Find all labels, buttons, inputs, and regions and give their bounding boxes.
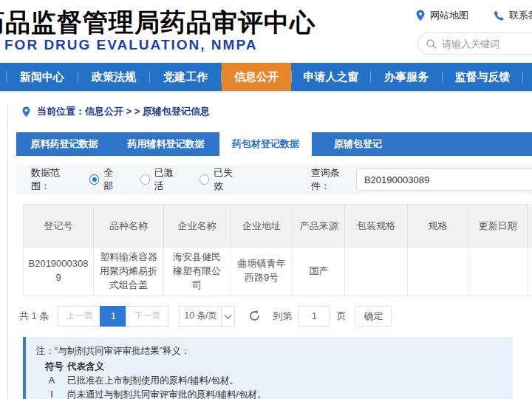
col-company-name: 企业名称 [164, 205, 231, 248]
nav-item-services[interactable]: 办事服务 [371, 63, 442, 91]
location-pin-icon [21, 106, 31, 117]
location-pin-icon [415, 10, 426, 21]
site-title-chinese: 药品监督管理局药品审评中心 [0, 6, 316, 40]
page-size-value: 10 条/页 [180, 310, 221, 322]
cell-company-name: 海安县健民橡塑有限公司 [164, 248, 231, 296]
goto-page-suffix: 页 [336, 310, 346, 323]
radio-activated[interactable]: 已激活 [140, 166, 181, 193]
col-product-name: 品种名称 [94, 205, 164, 248]
col-company-address: 企业地址 [231, 205, 293, 248]
radio-all[interactable]: 全部 [89, 166, 120, 193]
note-row-a: A 已批准在上市制剂使用的原料/辅料/包材。 [36, 374, 502, 388]
note-meaning: 已批准在上市制剂使用的原料/辅料/包材。 [67, 374, 502, 388]
goto-page-label: 到第 [273, 310, 292, 323]
nav-item-party[interactable]: 党建工作 [150, 63, 221, 91]
note-col-symbol: 符号 [36, 360, 67, 374]
nav-item-news[interactable]: 新闻中心 [7, 63, 78, 91]
page-size-select[interactable]: 10 条/页 [179, 306, 235, 327]
note-symbol: I [36, 388, 67, 399]
total-count: 共 1 条 [19, 310, 49, 323]
breadcrumb-text: 当前位置：信息公开 > > 原辅包登记信息 [37, 105, 210, 118]
table-row[interactable]: B20190003089 塑料输液容器用聚丙烯易折式组合盖 海安县健民橡塑有限公… [24, 248, 532, 296]
col-spec: 规格 [408, 205, 468, 248]
data-tabs: 原料药登记数据 药用辅料登记数据 药包材登记数据 原辅包登记 [16, 132, 532, 156]
nav-item-info-disclosure[interactable]: 信息公开 [222, 63, 291, 91]
radio-all-label: 全部 [103, 166, 121, 193]
tab-raw-aux-pack[interactable]: 原辅包登记 [312, 132, 404, 156]
col-registration-no: 登记号 [24, 205, 94, 248]
tab-packaging-registration[interactable]: 药包材登记数据 [219, 132, 312, 156]
cell-clipped [528, 248, 532, 296]
col-update-date: 更新日期 [468, 205, 528, 248]
nav-item-policy[interactable]: 政策法规 [78, 63, 149, 91]
page-number-1[interactable]: 1 [100, 306, 126, 327]
nav-item-supervision-feedback[interactable]: 监督与反馈 [443, 63, 522, 91]
tab-api-registration[interactable]: 原料药登记数据 [16, 132, 112, 156]
radio-dot [140, 174, 150, 185]
note-row-i: I 尚未通过与制剂共同审评审批的原料/辅料/包材。 [36, 388, 502, 399]
chevron-down-icon [221, 307, 234, 326]
confirm-button[interactable]: 确定 [355, 306, 392, 327]
scope-radio-group: 全部 已激活 已失效 [89, 166, 239, 193]
query-label: 查询条件： [311, 166, 356, 193]
tab-excipient-registration[interactable]: 药用辅料登记数据 [112, 132, 219, 156]
sitemap-link[interactable]: 网站地图 [415, 9, 468, 22]
search-icon [426, 38, 437, 50]
cell-registration-no: B20190003089 [24, 248, 94, 296]
radio-expired[interactable]: 已失效 [200, 166, 240, 193]
nav-divider [522, 71, 523, 83]
phone-icon [494, 10, 505, 21]
content-container: 当前位置：信息公开 > > 原辅包登记信息 原料药登记数据 药用辅料登记数据 药… [7, 104, 532, 399]
note-box: 注：“与制剂共同审评审批结果”释义： 符号 代表含义 A 已批准在上市制剂使用的… [23, 337, 513, 399]
query-input[interactable] [356, 168, 532, 191]
col-product-origin: 产品来源 [293, 205, 345, 248]
cell-update-date [468, 248, 528, 296]
results-table: 登记号 品种名称 企业名称 企业地址 产品来源 包装规格 规格 更新日期 B20… [23, 204, 532, 296]
sitemap-link-label: 网站地图 [430, 9, 468, 22]
breadcrumb: 当前位置：信息公开 > > 原辅包登记信息 [16, 104, 532, 119]
cell-spec [408, 248, 468, 296]
scope-label: 数据范围： [31, 166, 76, 193]
search-input[interactable] [442, 38, 532, 50]
site-title-english: FOR DRUG EVALUATION, NMPA [4, 37, 257, 53]
cell-product-name: 塑料输液容器用聚丙烯易折式组合盖 [94, 248, 164, 296]
note-header-row: 符号 代表含义 [36, 360, 502, 374]
site-search[interactable] [417, 33, 532, 55]
col-package-spec: 包装规格 [345, 205, 408, 248]
radio-expired-label: 已失效 [214, 166, 240, 193]
cell-package-spec [345, 248, 408, 296]
table-header-row: 登记号 品种名称 企业名称 企业地址 产品来源 包装规格 规格 更新日期 [24, 205, 532, 248]
radio-dot [200, 174, 209, 185]
goto-page-input[interactable] [298, 306, 330, 327]
note-col-meaning: 代表含义 [67, 360, 502, 374]
contact-link-label: 联系我们 [509, 9, 532, 22]
next-page-button[interactable]: 下一页 [126, 306, 168, 327]
contact-link[interactable]: 联系我们 [494, 9, 532, 22]
radio-dot [89, 174, 99, 185]
radio-activated-label: 已激活 [154, 166, 181, 193]
note-meaning: 尚未通过与制剂共同审评审批的原料/辅料/包材。 [67, 388, 502, 399]
site-header: 药品监督管理局药品审评中心 FOR DRUG EVALUATION, NMPA … [0, 0, 532, 63]
cell-company-address: 曲塘镇青年西路9号 [231, 248, 293, 296]
col-clipped [528, 205, 532, 248]
cell-product-origin: 国产 [293, 248, 345, 296]
pagination-bar: 共 1 条 上一页 1 下一页 10 条/页 到第 页 确定 [19, 306, 532, 327]
filter-bar: 数据范围： 全部 已激活 已失效 查询条件： [16, 165, 532, 194]
note-symbol: A [36, 374, 67, 388]
note-title: 注：“与制剂共同审评审批结果”释义： [36, 344, 502, 358]
main-nav: 新闻中心 政策法规 党建工作 信息公开 申请人之窗 办事服务 监督与反馈 [0, 63, 532, 92]
refresh-icon[interactable] [248, 310, 261, 322]
header-links: 网站地图 联系我们 [415, 9, 532, 22]
prev-page-button[interactable]: 上一页 [58, 306, 100, 327]
nav-item-applicant-window[interactable]: 申请人之窗 [292, 63, 370, 91]
